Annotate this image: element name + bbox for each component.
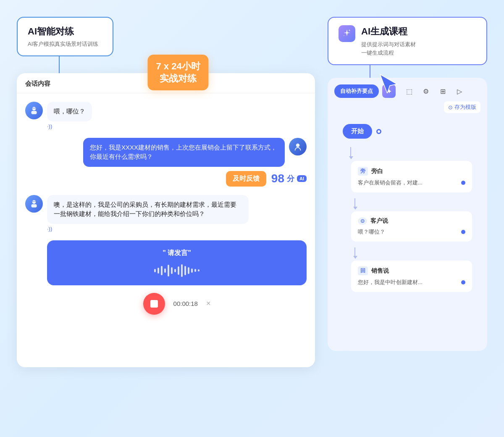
- connector-3: [353, 247, 472, 259]
- message-row-1: 喂，哪位？ ·)): [25, 102, 307, 129]
- login-icon-button[interactable]: ⬚: [402, 84, 416, 98]
- settings-icon-button[interactable]: ⚙: [419, 84, 433, 98]
- wave-7: [174, 269, 176, 272]
- wave-10: [184, 266, 186, 275]
- node-customer-header: ⊙ 客户说: [358, 217, 465, 225]
- ai-title-heading: AI智能对练: [28, 25, 102, 38]
- record-stop-button[interactable]: [143, 293, 165, 315]
- ai-gen-subtitle-2: 一键生成流程: [361, 49, 416, 57]
- node-aside-title: 旁白: [371, 168, 383, 175]
- badge-line2: 实战对练: [156, 73, 200, 85]
- node-aside-icon: 旁: [358, 167, 368, 176]
- timer-display: 00:00:18: [173, 300, 198, 307]
- wave-6: [171, 267, 173, 274]
- score-row: 及时反馈 98 分 AI: [25, 171, 307, 187]
- connector-line-1: [350, 147, 351, 156]
- node-customer-dot: [461, 230, 465, 234]
- sound-indicator-3: ·)): [47, 226, 249, 232]
- flow-node-aside: 旁 旁白 客户在展销会留咨，对建...: [351, 161, 472, 192]
- msg-text-1: 喂，哪位？: [54, 108, 85, 115]
- ai-badge: AI: [297, 175, 307, 182]
- left-panel: AI智能对练 AI客户模拟真实场景对话训练 7 x 24小时 实战对练 会话内容: [17, 17, 315, 367]
- save-template-button[interactable]: ⊙ 存为模版: [444, 101, 480, 113]
- sparkle-icon: ✦: [386, 87, 392, 95]
- start-pill: 开始: [343, 124, 372, 139]
- node-customer-title: 客户说: [370, 217, 388, 225]
- center-badge: 7 x 24小时 实战对练: [147, 55, 208, 90]
- message-row-2: 您好，我是XXXX建材的销售，上次您在展销会上留下了联系方式，你最近有什么需求吗…: [25, 138, 307, 167]
- ai-title-subtitle: AI客户模拟真实场景对话训练: [28, 40, 102, 48]
- svg-rect-6: [32, 204, 37, 208]
- node-customer-body: 喂？哪位？: [358, 228, 465, 236]
- avatar-robot-1: [25, 102, 43, 119]
- play-icon-button[interactable]: ▷: [453, 84, 466, 98]
- connector-right: [370, 65, 370, 78]
- node-sales-body: 您好，我是中叶创新建材...: [358, 279, 465, 286]
- wave-2: [158, 268, 159, 274]
- node-aside-content: 客户在展销会留咨，对建...: [358, 179, 458, 187]
- node-sales-dot: [461, 280, 465, 284]
- node-sales-header: 回 销售说: [358, 266, 465, 275]
- voice-prompt: " 请发言": [55, 249, 298, 258]
- wave-9: [181, 264, 183, 277]
- bookmark-icon: ⊙: [448, 104, 453, 111]
- node-customer-content: 喂？哪位？: [358, 228, 458, 236]
- connector-left: [59, 56, 60, 73]
- avatar-human-2: [289, 138, 307, 155]
- svg-point-10: [344, 35, 344, 36]
- msg-text-2: 您好，我是XXXX建材的销售，上次您在展销会上留下了联系方式，你最近有什么需求吗…: [90, 144, 277, 161]
- svg-point-9: [349, 30, 350, 31]
- flow-node-sales: 回 销售说 您好，我是中叶创新建材...: [351, 261, 472, 292]
- start-dot: [376, 129, 381, 134]
- chat-panel: 会话内容 喂，哪位？: [17, 73, 315, 367]
- connector-2: [353, 198, 472, 210]
- svg-rect-1: [32, 111, 37, 114]
- flow-toolbar: 自动补齐要点 ✦ ⬚ ⚙: [334, 84, 480, 113]
- node-customer-icon: ⊙: [358, 217, 367, 225]
- auto-complete-button[interactable]: 自动补齐要点: [334, 84, 379, 98]
- close-button[interactable]: ×: [206, 299, 211, 308]
- wave-8: [178, 266, 179, 275]
- score-unit: 分: [287, 174, 294, 184]
- grid-icon-button[interactable]: ⊞: [436, 84, 449, 98]
- save-template-label: 存为模版: [454, 103, 476, 111]
- badge-line1: 7 x 24小时: [156, 61, 200, 73]
- bubble-received-3: 噢，是这样的，我是公司的采购员，有长期的建材需求，最近需要一批钢铁建材，能给我介…: [47, 195, 249, 224]
- svg-rect-7: [33, 201, 34, 202]
- wave-1: [154, 269, 156, 272]
- ai-gen-icon: [339, 25, 355, 42]
- node-sales-icon: 回: [358, 266, 368, 275]
- bubble-received-1: 喂，哪位？: [47, 102, 92, 121]
- node-aside-dot: [461, 181, 465, 185]
- recording-controls: 00:00:18 ×: [47, 293, 307, 315]
- main-container: AI智能对练 AI客户模拟真实场景对话训练 7 x 24小时 实战对练 会话内容: [0, 0, 504, 437]
- wave-13: [194, 269, 196, 272]
- voice-area: " 请发言": [25, 240, 307, 319]
- svg-point-5: [32, 200, 36, 204]
- settings-icon: ⚙: [423, 87, 429, 95]
- svg-rect-3: [34, 108, 35, 109]
- flow-content: 开始 旁 旁白 客户在展销会留咨，对建...: [334, 120, 480, 302]
- score-number: 98: [271, 172, 284, 185]
- magic-button[interactable]: ✦: [382, 84, 396, 98]
- login-icon: ⬚: [406, 87, 412, 95]
- node-aside-header: 旁 旁白: [358, 167, 465, 176]
- connector-line-3: [354, 247, 355, 256]
- feedback-badge: 及时反馈: [226, 171, 266, 187]
- wave-11: [188, 267, 189, 274]
- wave-14: [198, 269, 200, 271]
- ai-gen-card: AI生成课程 提供提示词与对话素材 一键生成流程: [328, 17, 487, 65]
- node-aside-body: 客户在展销会留咨，对建...: [358, 179, 465, 187]
- sound-indicator-1: ·)): [47, 123, 92, 129]
- wave-5: [168, 265, 169, 276]
- ai-gen-subtitle-1: 提供提示词与对话素材: [361, 40, 416, 49]
- node-sales-content: 您好，我是中叶创新建材...: [358, 279, 458, 286]
- connector-line-2: [354, 198, 355, 207]
- grid-icon: ⊞: [440, 87, 446, 95]
- voice-bubble: " 请发言": [47, 240, 307, 285]
- ai-title-card: AI智能对练 AI客户模拟真实场景对话训练: [17, 17, 113, 56]
- message-row-3: 噢，是这样的，我是公司的采购员，有长期的建材需求，最近需要一批钢铁建材，能给我介…: [25, 195, 307, 232]
- wave-4: [164, 269, 166, 273]
- flow-panel: 自动补齐要点 ✦ ⬚ ⚙: [328, 78, 487, 351]
- avatar-robot-3: [25, 195, 43, 213]
